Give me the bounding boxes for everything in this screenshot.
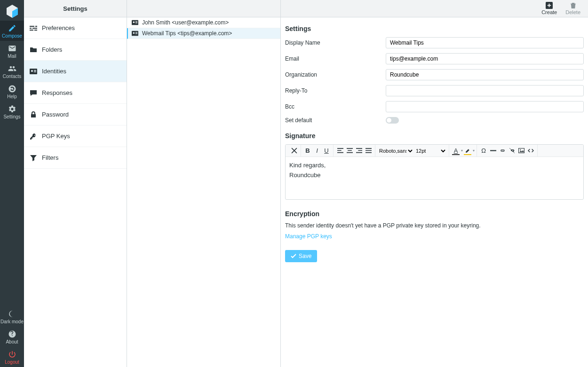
svg-point-5	[133, 21, 135, 23]
settings-nav-label: Filters	[42, 154, 58, 161]
setdefault-toggle[interactable]	[386, 117, 399, 124]
settings-nav-label: Preferences	[42, 24, 75, 31]
save-button[interactable]: Save	[285, 250, 317, 262]
identities-list-panel: John Smith <user@example.com> Webmail Ti…	[127, 0, 281, 367]
replyto-input[interactable]	[386, 85, 584, 96]
id-card-icon	[30, 68, 37, 75]
editor-italic-button[interactable]: I	[312, 146, 322, 156]
svg-point-1	[31, 70, 33, 72]
organization-input[interactable]	[386, 69, 584, 80]
nav-darkmode[interactable]: Dark mode	[0, 306, 24, 327]
editor-align-center-button[interactable]	[345, 146, 354, 156]
create-button[interactable]: Create	[541, 2, 557, 15]
nav-darkmode-label: Dark mode	[0, 319, 24, 324]
settings-nav-responses[interactable]: Responses	[24, 82, 127, 104]
nav-contacts[interactable]: Contacts	[0, 61, 24, 81]
app-logo	[5, 4, 20, 19]
settings-nav-label: Responses	[42, 89, 72, 96]
signature-content[interactable]: Kind regards, Roundcube	[286, 157, 583, 199]
display-name-input[interactable]	[386, 37, 584, 48]
replyto-label: Reply-To	[285, 87, 386, 94]
organization-label: Organization	[285, 71, 386, 78]
nav-mail-label: Mail	[0, 54, 24, 59]
nav-about[interactable]: About	[0, 327, 24, 347]
key-icon	[30, 133, 37, 140]
editor-align-justify-button[interactable]	[364, 146, 373, 156]
settings-nav-pgpkeys[interactable]: PGP Keys	[24, 125, 127, 147]
settings-nav-password[interactable]: Password	[24, 104, 127, 125]
svg-rect-7	[135, 23, 137, 23]
bcc-input[interactable]	[386, 101, 584, 112]
lock-icon	[30, 111, 37, 118]
id-card-icon	[132, 31, 138, 36]
editor-close-button[interactable]	[289, 146, 299, 156]
nav-about-label: About	[0, 339, 24, 344]
settings-nav-label: Identities	[42, 68, 66, 75]
signature-editor: B I U Roboto,sans-… 12pt	[285, 144, 584, 200]
editor-bg-color-button[interactable]	[463, 146, 472, 156]
close-icon	[291, 148, 297, 154]
settings-nav-label: PGP Keys	[42, 133, 70, 140]
highlighter-icon	[465, 148, 471, 154]
align-right-icon	[356, 148, 362, 154]
nav-mail[interactable]: Mail	[0, 41, 24, 61]
editor-text-color-button[interactable]: A	[451, 146, 461, 156]
align-center-icon	[347, 148, 353, 154]
editor-font-select[interactable]: Roboto,sans-…	[377, 146, 414, 156]
email-input[interactable]	[386, 53, 584, 64]
settings-nav-folders[interactable]: Folders	[24, 39, 127, 61]
nav-compose[interactable]: Compose	[0, 21, 24, 41]
display-name-label: Display Name	[285, 39, 386, 46]
identities-header-blank	[127, 0, 280, 17]
nav-logout-label: Logout	[0, 359, 24, 365]
nav-help[interactable]: Help	[0, 81, 24, 102]
settings-nav-label: Password	[42, 111, 69, 118]
identity-row[interactable]: John Smith <user@example.com>	[127, 17, 280, 28]
settings-sidebar: Settings Preferences Folders Identities …	[24, 0, 127, 367]
editor-align-left-button[interactable]	[335, 146, 345, 156]
nav-help-label: Help	[0, 94, 24, 99]
identity-label: Webmail Tips <tips@example.com>	[142, 30, 232, 37]
sliders-icon	[30, 24, 37, 32]
check-icon	[291, 253, 296, 259]
editor-align-right-button[interactable]	[354, 146, 364, 156]
id-card-icon	[132, 20, 138, 25]
code-icon	[528, 148, 534, 154]
link-icon	[500, 148, 506, 154]
svg-rect-6	[135, 21, 137, 22]
editor-bold-button[interactable]: B	[303, 146, 312, 156]
filter-icon	[30, 154, 37, 162]
manage-pgp-link[interactable]: Manage PGP keys	[285, 233, 332, 240]
editor-hr-button[interactable]	[488, 146, 498, 156]
editor-image-button[interactable]	[516, 146, 526, 156]
folder-icon	[30, 46, 37, 54]
settings-nav-filters[interactable]: Filters	[24, 147, 127, 169]
bcc-label: Bcc	[285, 103, 386, 110]
editor-unlink-button[interactable]	[507, 146, 516, 156]
svg-point-15	[520, 149, 521, 150]
editor-source-button[interactable]	[526, 146, 535, 156]
editor-special-char-button[interactable]: Ω	[479, 146, 488, 156]
align-justify-icon	[366, 148, 372, 154]
encryption-section-title: Encryption	[285, 210, 584, 218]
settings-nav-preferences[interactable]: Preferences	[24, 17, 127, 39]
nav-logout[interactable]: Logout	[0, 347, 24, 367]
svg-rect-11	[135, 33, 137, 34]
identity-row[interactable]: Webmail Tips <tips@example.com>	[127, 28, 280, 39]
settings-nav-identities[interactable]: Identities	[24, 61, 127, 82]
encryption-note: This sender identity doesn't yet have a …	[285, 222, 584, 229]
editor-link-button[interactable]	[498, 146, 507, 156]
delete-button[interactable]: Delete	[565, 2, 580, 15]
signature-section-title: Signature	[285, 132, 584, 140]
setdefault-label: Set default	[285, 117, 386, 124]
signature-line: Roundcube	[289, 172, 580, 179]
trash-icon	[570, 2, 577, 9]
editor-size-select[interactable]: 12pt	[414, 146, 447, 156]
toolbar-label: Delete	[565, 9, 580, 15]
taskbar: Compose Mail Contacts Help Settings Dark…	[0, 0, 24, 367]
svg-rect-2	[34, 70, 36, 71]
editor-underline-button[interactable]: U	[322, 146, 331, 156]
svg-rect-10	[135, 32, 137, 32]
nav-settings[interactable]: Settings	[0, 102, 24, 122]
svg-point-9	[133, 32, 135, 34]
